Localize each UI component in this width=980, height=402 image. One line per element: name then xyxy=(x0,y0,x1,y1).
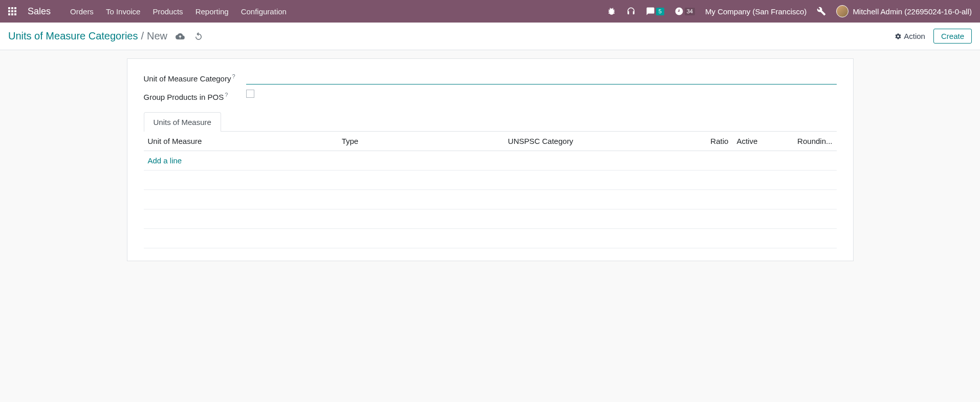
col-uom[interactable]: Unit of Measure xyxy=(144,132,338,151)
activities-icon[interactable]: 34 xyxy=(674,7,695,16)
avatar xyxy=(836,5,848,17)
user-menu[interactable]: Mitchell Admin (22695024-16-0-all) xyxy=(836,5,972,17)
action-button[interactable]: Action xyxy=(895,32,925,40)
action-label: Action xyxy=(904,32,925,40)
company-selector[interactable]: My Company (San Francisco) xyxy=(705,7,807,16)
nav-reporting[interactable]: Reporting xyxy=(195,7,229,16)
activities-badge: 34 xyxy=(685,8,695,15)
apps-icon[interactable] xyxy=(8,7,16,15)
messages-icon[interactable]: 5 xyxy=(646,7,664,16)
col-active[interactable]: Active xyxy=(732,132,781,151)
breadcrumb-current: New xyxy=(147,30,167,42)
tab-units-of-measure[interactable]: Units of Measure xyxy=(144,112,221,132)
debug-icon[interactable] xyxy=(607,7,616,16)
table-row xyxy=(144,190,837,209)
uom-table: Unit of Measure Type UNSPSC Category Rat… xyxy=(144,132,837,248)
help-icon[interactable]: ? xyxy=(232,73,235,79)
control-panel: Units of Measure Categories / New Action… xyxy=(0,23,980,50)
help-icon[interactable]: ? xyxy=(225,92,228,98)
messages-badge: 5 xyxy=(656,8,664,15)
category-input[interactable] xyxy=(246,71,837,84)
pos-label: Group Products in POS? xyxy=(144,90,246,101)
col-ratio[interactable]: Ratio xyxy=(684,132,733,151)
table-row: Add a line xyxy=(144,151,837,171)
col-type[interactable]: Type xyxy=(338,132,504,151)
app-brand[interactable]: Sales xyxy=(28,6,51,17)
nav-products[interactable]: Products xyxy=(153,7,183,16)
cloud-save-icon[interactable] xyxy=(176,32,185,41)
user-name: Mitchell Admin (22695024-16-0-all) xyxy=(853,7,972,16)
nav-configuration[interactable]: Configuration xyxy=(241,7,287,16)
table-row xyxy=(144,229,837,248)
nav-menu: Orders To Invoice Products Reporting Con… xyxy=(70,7,287,16)
discard-icon[interactable] xyxy=(194,32,203,41)
support-icon[interactable] xyxy=(626,7,636,16)
breadcrumb-parent[interactable]: Units of Measure Categories xyxy=(8,30,138,42)
pos-checkbox[interactable] xyxy=(246,90,254,98)
col-rounding[interactable]: Roundin... xyxy=(781,132,836,151)
breadcrumb: Units of Measure Categories / New xyxy=(8,30,167,42)
add-line-button[interactable]: Add a line xyxy=(148,156,182,165)
form-sheet: Unit of Measure Category? Group Products… xyxy=(127,58,854,261)
navbar: Sales Orders To Invoice Products Reporti… xyxy=(0,0,980,23)
category-label: Unit of Measure Category? xyxy=(144,71,246,83)
table-row xyxy=(144,171,837,190)
table-row xyxy=(144,209,837,229)
col-unspsc[interactable]: UNSPSC Category xyxy=(504,132,684,151)
nav-to-invoice[interactable]: To Invoice xyxy=(106,7,141,16)
create-button[interactable]: Create xyxy=(933,29,972,44)
tools-icon[interactable] xyxy=(817,7,826,16)
breadcrumb-sep: / xyxy=(141,30,144,42)
nav-orders[interactable]: Orders xyxy=(70,7,94,16)
